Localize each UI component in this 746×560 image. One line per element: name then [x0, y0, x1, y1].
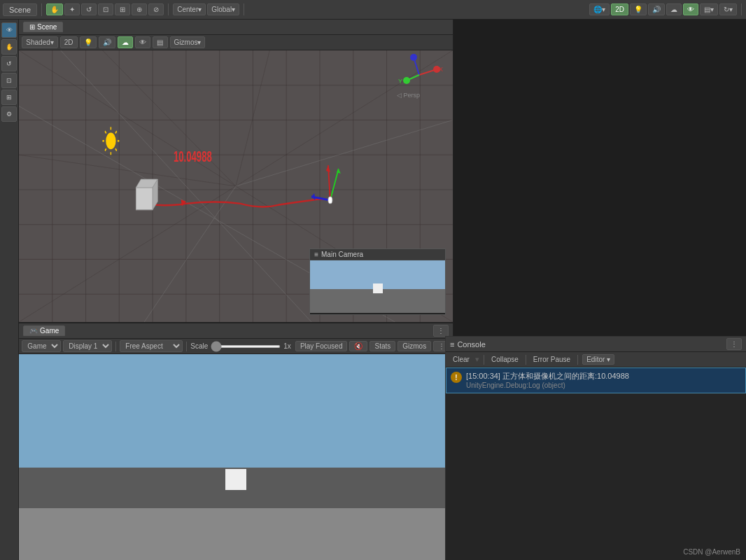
- pivot-btn[interactable]: Center▾: [173, 4, 206, 15]
- game-scene-cube: [225, 469, 246, 490]
- rect-tool[interactable]: ⊞: [1, 90, 17, 105]
- console-sub-text: UnityEngine.Debug:Log (object): [466, 381, 741, 390]
- console-content: ! [15:00:34] 正方体和摄像机之间的距离:10.04988 Unity…: [446, 368, 746, 560]
- persp-gizmo[interactable]: X Z Y ◁ Persp: [393, 54, 446, 103]
- stats-btn[interactable]: Stats: [370, 341, 395, 351]
- svg-text:Y: Y: [398, 78, 402, 85]
- console-panel: ≡ Console ⋮ Clear ▾ Collapse Error Pause…: [445, 336, 746, 560]
- game-toolbar: Game Display 1 Free Aspect Scale 1x Play…: [19, 339, 453, 354]
- transform-tools-group: ✋ ✦ ↺ ⊡ ⊞ ⊕ ⊘: [46, 4, 169, 15]
- game-options-btn[interactable]: ⋮: [433, 325, 449, 337]
- svg-text:◁ Persp: ◁ Persp: [397, 92, 420, 99]
- extras-btn[interactable]: ↻▾: [719, 4, 737, 15]
- audio-btn[interactable]: 🔊: [648, 4, 665, 15]
- eye-tool[interactable]: 👁: [1, 22, 17, 38]
- mini-cam-cube: [373, 284, 383, 293]
- scene-grid-btn[interactable]: ▤: [153, 36, 168, 48]
- console-entry-text: [15:00:34] 正方体和摄像机之间的距离:10.04988 UnityEn…: [466, 371, 741, 390]
- svg-point-52: [328, 197, 332, 204]
- cloud-collab-btn[interactable]: 🌐▾: [589, 4, 610, 15]
- orbit-tool[interactable]: ↺: [1, 56, 17, 71]
- 2d-scene-btn[interactable]: 2D: [60, 36, 78, 48]
- scene-tab[interactable]: ⊞ Scene: [23, 22, 63, 32]
- scene-tab-bar: ⊞ Scene: [19, 20, 453, 35]
- mute-btn[interactable]: 🔇: [349, 341, 367, 351]
- scene-light-btn[interactable]: 💡: [80, 36, 97, 48]
- scene-toolbar: Shaded▾ 2D 💡 🔊 ☁ 👁 ▤ Gizmos▾: [19, 35, 453, 50]
- svg-point-58: [403, 77, 410, 84]
- display-select[interactable]: Display 1: [63, 340, 112, 352]
- scale-tool-btn[interactable]: ⊡: [98, 4, 113, 15]
- console-main-text: [15:00:34] 正方体和摄像机之间的距离:10.04988: [466, 371, 741, 381]
- scene-effect-btn[interactable]: ☁: [118, 36, 133, 48]
- collapse-btn[interactable]: Collapse: [488, 355, 521, 364]
- scene-window-tab[interactable]: Scene: [3, 4, 37, 16]
- game-panel: 🎮 Game ⋮ Game Display 1 Free Aspect: [19, 322, 453, 560]
- scale-slider-input[interactable]: [211, 345, 281, 348]
- game-mode-select[interactable]: Game: [22, 340, 61, 352]
- play-focused-btn[interactable]: Play Focused: [295, 341, 348, 351]
- move-tool-btn[interactable]: ✦: [64, 4, 80, 15]
- scene-gizmos-btn[interactable]: Gizmos▾: [170, 36, 206, 48]
- scene-panel: ⊞ Scene Shaded▾ 2D 💡 🔊 ☁ 👁 ▤ Gizmos▾: [19, 20, 453, 322]
- hide-btn[interactable]: 👁: [683, 4, 698, 15]
- rotate-tool-btn[interactable]: ↺: [81, 4, 97, 15]
- left-panel: 👁 ✋ ↺ ⊡ ⊞ ⚙: [0, 20, 19, 560]
- toolbar-left-group: Scene: [3, 4, 42, 16]
- center-area: ⊞ Scene Shaded▾ 2D 💡 🔊 ☁ 👁 ▤ Gizmos▾: [19, 20, 453, 560]
- scene-audio-btn[interactable]: 🔊: [99, 36, 115, 48]
- scene-viewport[interactable]: 10.04988: [19, 50, 453, 322]
- svg-rect-43: [136, 188, 153, 210]
- view-tools-group: 🌐▾ 2D 💡 🔊 ☁ 👁 ▤▾ ↻▾: [589, 4, 742, 15]
- console-toolbar: Clear ▾ Collapse Error Pause Editor ▾: [446, 352, 746, 368]
- settings-tool[interactable]: ⚙: [1, 106, 17, 122]
- mini-camera-header: ≡ Main Camera: [310, 249, 445, 260]
- svg-text:Z: Z: [414, 54, 418, 57]
- game-tab-bar: 🎮 Game ⋮: [19, 323, 453, 339]
- error-pause-btn[interactable]: Error Pause: [530, 355, 573, 364]
- warning-icon: !: [451, 372, 462, 383]
- 2d-btn[interactable]: 2D: [611, 4, 628, 15]
- shading-mode-btn[interactable]: Shaded▾: [22, 36, 57, 48]
- scale2d-tool[interactable]: ⊡: [1, 73, 17, 88]
- move2d-tool[interactable]: ✋: [1, 39, 17, 55]
- mini-camera-view: [310, 260, 445, 313]
- svg-text:X: X: [439, 66, 443, 73]
- gizmos-btn[interactable]: Gizmos: [397, 341, 431, 351]
- custom-tool-btn[interactable]: ⊘: [148, 4, 164, 15]
- fx-btn[interactable]: ☁: [666, 4, 682, 15]
- scene-hide-btn[interactable]: 👁: [135, 36, 150, 48]
- clear-btn[interactable]: Clear: [450, 355, 472, 364]
- watermark: CSDN @AerwenB: [683, 548, 740, 556]
- grid-btn[interactable]: ▤▾: [700, 4, 718, 15]
- multi-tool-btn[interactable]: ⊕: [132, 4, 147, 15]
- aspect-select[interactable]: Free Aspect: [120, 340, 183, 352]
- editor-btn[interactable]: Editor ▾: [582, 354, 614, 365]
- hand-tool-btn[interactable]: ✋: [46, 4, 63, 15]
- svg-point-34: [106, 132, 116, 149]
- console-tab[interactable]: ≡ Console: [450, 340, 486, 349]
- light-btn[interactable]: 💡: [630, 4, 647, 15]
- rect-tool-btn[interactable]: ⊞: [115, 4, 130, 15]
- console-log-entry[interactable]: ! [15:00:34] 正方体和摄像机之间的距离:10.04988 Unity…: [446, 368, 746, 393]
- top-toolbar: Scene ✋ ✦ ↺ ⊡ ⊞ ⊕ ⊘ Center▾ Global▾ 🌐▾ 2…: [0, 0, 746, 20]
- pivot-tools-group: Center▾ Global▾: [173, 4, 244, 15]
- scale-control: Scale 1x: [190, 342, 291, 350]
- console-tab-bar: ≡ Console ⋮: [446, 337, 746, 352]
- game-viewport[interactable]: [19, 354, 453, 560]
- mini-camera-preview: ≡ Main Camera: [309, 248, 446, 315]
- global-btn[interactable]: Global▾: [207, 4, 239, 15]
- console-options-btn[interactable]: ⋮: [726, 338, 742, 350]
- game-tab[interactable]: 🎮 Game: [23, 326, 65, 336]
- svg-text:10.04988: 10.04988: [174, 148, 212, 165]
